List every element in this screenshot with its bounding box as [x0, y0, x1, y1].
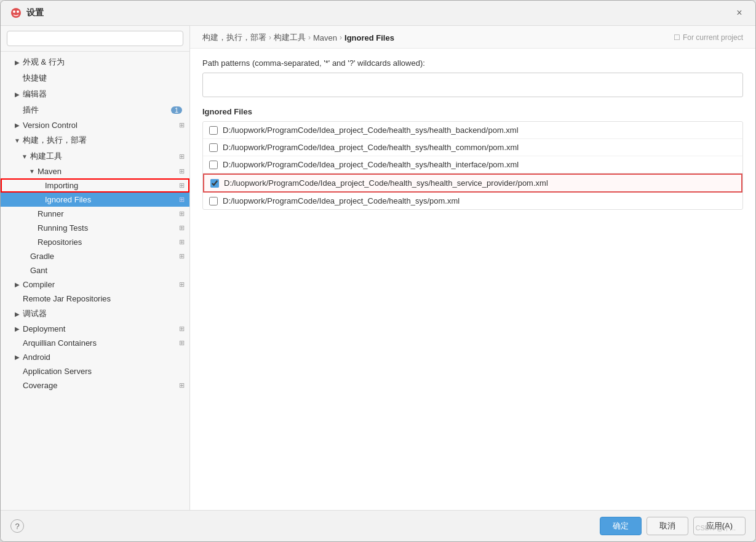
arquillian-config-icon: ⊞ [179, 339, 185, 347]
sidebar-label-appearance: 外观 & 行为 [23, 57, 185, 68]
breadcrumb-item-2: 构建工具 [274, 32, 306, 43]
sidebar-label-runner: Runner [38, 209, 177, 218]
runner-config-icon: ⊞ [179, 210, 185, 218]
expand-arrow-build: ▼ [13, 136, 22, 145]
sidebar-label-ignored-files: Ignored Files [45, 195, 177, 204]
sidebar-item-app-servers[interactable]: ▶ Application Servers [1, 364, 189, 378]
file-checkbox-4[interactable] [210, 179, 219, 188]
sidebar-item-editor[interactable]: ▶ 编辑器 [1, 86, 189, 102]
expand-arrow-android: ▶ [13, 353, 22, 362]
sidebar-item-debugger[interactable]: ▶ 调试器 [1, 306, 189, 322]
path-patterns-input[interactable] [202, 73, 743, 97]
sidebar-item-version-control[interactable]: ▶ Version Control ⊞ [1, 118, 189, 132]
compiler-config-icon: ⊞ [179, 281, 185, 289]
file-row-2: D:/luopwork/ProgramCode/Idea_project_Cod… [203, 139, 742, 156]
help-button[interactable]: ? [10, 519, 24, 533]
sidebar-item-gant[interactable]: ▶ Gant [1, 263, 189, 277]
close-button[interactable]: × [733, 7, 746, 19]
breadcrumb-item-1: 构建，执行，部署 [202, 32, 266, 43]
ok-button[interactable]: 确定 [600, 517, 642, 535]
ignored-files-section: Ignored Files D:/luopwork/ProgramCode/Id… [202, 107, 743, 210]
ignored-files-title: Ignored Files [202, 107, 743, 116]
sidebar-item-runner[interactable]: ▶ Runner ⊞ [1, 207, 189, 221]
expand-arrow-deployment: ▶ [13, 325, 22, 333]
search-box: 🔍 [1, 26, 189, 52]
file-checkbox-3[interactable] [209, 161, 218, 169]
cancel-button[interactable]: 取消 [647, 517, 688, 535]
sidebar-item-plugins[interactable]: ▶ 插件 1 [1, 102, 189, 118]
breadcrumb-sep-3: › [340, 33, 342, 42]
sidebar-label-android: Android [23, 353, 185, 362]
sidebar-label-arquillian: Arquillian Containers [23, 338, 177, 348]
sidebar-item-maven[interactable]: ▼ Maven ⊞ [1, 164, 189, 178]
file-checkbox-5[interactable] [209, 197, 218, 205]
file-row-3: D:/luopwork/ProgramCode/Idea_project_Cod… [203, 156, 742, 173]
sidebar-label-maven: Maven [38, 167, 177, 176]
sidebar-label-build: 构建，执行，部署 [23, 135, 185, 146]
app-icon [10, 7, 22, 18]
sidebar-item-remote-jar[interactable]: ▶ Remote Jar Repositories [1, 292, 189, 306]
sidebar-item-ignored-files[interactable]: ▶ Ignored Files ⊞ [1, 193, 189, 207]
repos-config-icon: ⊞ [179, 238, 185, 246]
project-icon: ☐ [674, 33, 680, 42]
sidebar-label-importing: Importing [45, 181, 177, 190]
sidebar-label-compiler: Compiler [23, 280, 177, 289]
sidebar-item-appearance[interactable]: ▶ 外观 & 行为 [1, 54, 189, 70]
for-current-project: ☐ For current project [674, 33, 743, 42]
settings-tree: ▶ 外观 & 行为 ▶ 快捷键 ▶ 编辑器 ▶ 插件 1 [1, 52, 189, 510]
search-input[interactable] [7, 31, 183, 46]
sidebar-label-remote-jar: Remote Jar Repositories [23, 294, 185, 303]
sidebar-item-build-tools[interactable]: ▼ 构建工具 ⊞ [1, 148, 189, 164]
svg-point-0 [11, 8, 21, 18]
title-bar: 设置 × [1, 1, 755, 26]
sidebar: 🔍 ▶ 外观 & 行为 ▶ 快捷键 ▶ 编辑器 [1, 26, 190, 510]
file-path-3: D:/luopwork/ProgramCode/Idea_project_Cod… [223, 160, 519, 169]
settings-dialog: 设置 × 🔍 ▶ 外观 & 行为 ▶ 快捷键 [0, 0, 756, 542]
coverage-config-icon: ⊞ [179, 381, 185, 389]
plugins-badge: 1 [171, 106, 182, 114]
sidebar-item-running-tests[interactable]: ▶ Running Tests ⊞ [1, 221, 189, 235]
sidebar-item-keymap[interactable]: ▶ 快捷键 [1, 70, 189, 86]
expand-arrow-debugger: ▶ [13, 309, 22, 318]
breadcrumb-sep-1: › [269, 33, 271, 42]
breadcrumb: 构建，执行，部署 › 构建工具 › Maven › Ignored Files [202, 32, 394, 43]
dialog-body: 🔍 ▶ 外观 & 行为 ▶ 快捷键 ▶ 编辑器 [1, 26, 755, 510]
file-checkbox-2[interactable] [209, 143, 218, 152]
breadcrumb-item-3: Maven [313, 33, 337, 42]
breadcrumb-bar: 构建，执行，部署 › 构建工具 › Maven › Ignored Files … [190, 26, 755, 49]
search-wrapper: 🔍 [7, 31, 183, 46]
vc-config-icon: ⊞ [179, 121, 185, 129]
sidebar-item-deployment[interactable]: ▶ Deployment ⊞ [1, 322, 189, 336]
sidebar-item-compiler[interactable]: ▶ Compiler ⊞ [1, 277, 189, 292]
sidebar-item-importing[interactable]: ▶ Importing ⊞ [1, 178, 189, 193]
footer-right: 确定 取消 应用(A) CSDN @十... [600, 517, 746, 535]
sidebar-label-debugger: 调试器 [23, 308, 185, 319]
path-patterns-label: Path patterns (comma-separated, '*' and … [202, 58, 743, 68]
svg-point-2 [17, 10, 19, 13]
expand-arrow-vc: ▶ [13, 121, 22, 130]
sidebar-label-repositories: Repositories [38, 237, 177, 247]
sidebar-label-running-tests: Running Tests [38, 223, 177, 233]
sidebar-item-android[interactable]: ▶ Android [1, 350, 189, 364]
breadcrumb-sep-2: › [308, 33, 311, 42]
sidebar-label-deployment: Deployment [23, 324, 177, 333]
file-path-1: D:/luopwork/ProgramCode/Idea_project_Cod… [223, 126, 519, 135]
expand-arrow-maven: ▼ [28, 167, 36, 176]
deployment-config-icon: ⊞ [179, 325, 185, 333]
maven-config-icon: ⊞ [179, 167, 185, 175]
expand-arrow-appearance: ▶ [13, 58, 22, 66]
sidebar-item-arquillian[interactable]: ▶ Arquillian Containers ⊞ [1, 336, 189, 350]
sidebar-label-gant: Gant [30, 266, 185, 275]
sidebar-item-coverage[interactable]: ▶ Coverage ⊞ [1, 378, 189, 393]
title-bar-left: 设置 [10, 7, 44, 18]
sidebar-item-repositories[interactable]: ▶ Repositories ⊞ [1, 235, 189, 249]
expand-arrow-build-tools: ▼ [20, 152, 29, 161]
expand-arrow-editor: ▶ [13, 90, 22, 98]
file-checkbox-1[interactable] [209, 126, 218, 135]
sidebar-label-keymap: 快捷键 [23, 73, 185, 84]
footer: ? 确定 取消 应用(A) CSDN @十... [1, 510, 755, 541]
file-row-4: D:/luopwork/ProgramCode/Idea_project_Cod… [203, 173, 742, 193]
sidebar-item-build[interactable]: ▼ 构建，执行，部署 [1, 132, 189, 148]
svg-point-1 [13, 10, 15, 13]
sidebar-item-gradle[interactable]: ▶ Gradle ⊞ [1, 249, 189, 263]
